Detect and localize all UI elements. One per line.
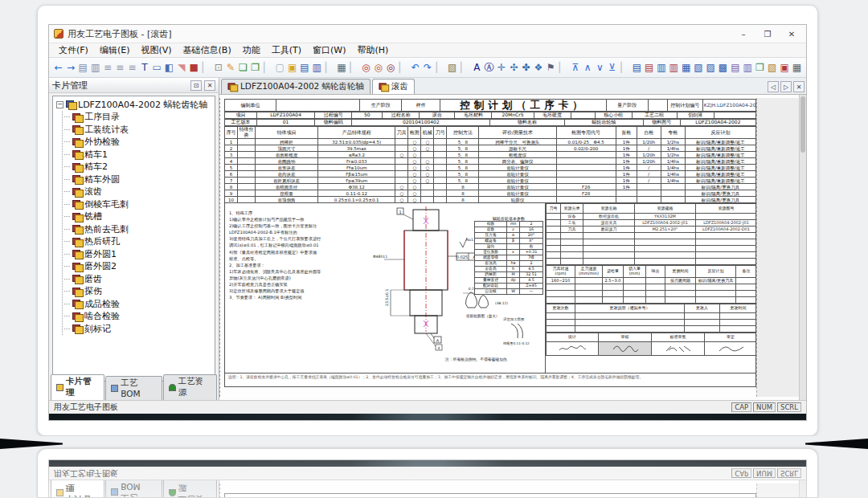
scrollbar-thumb[interactable] [800,96,805,153]
pin-icon[interactable]: ⊡ [190,80,202,91]
back-icon[interactable]: ← [52,59,64,76]
move-bottom-icon[interactable]: ⊻ [606,59,618,76]
separator[interactable]: ▏ [618,59,630,76]
tab-card-management[interactable]: 卡片管理 [51,374,104,400]
eraser-icon[interactable]: ◥ [175,59,187,76]
align-bottom-icon[interactable]: ≡ [126,59,138,76]
align-top-icon[interactable]: ≡ [101,59,113,76]
tree-item[interactable]: 刻标记 [63,323,215,336]
symbol-branch-icon[interactable]: ✣ [508,59,520,76]
collapse-icon[interactable]: − [56,101,63,108]
tree-item[interactable]: 热前去毛刺 [63,223,215,236]
tab-scroll-left-icon[interactable]: ◁ [768,81,779,92]
separator[interactable]: ▏ [261,59,273,76]
close-button[interactable]: ✕ [780,27,803,41]
tree-item[interactable]: 精车2 [63,161,215,173]
separator[interactable]: ▏ [348,59,360,76]
tree-item[interactable]: 成品检验 [63,298,215,311]
cell-icon[interactable]: ▥ [89,59,101,76]
tab-close-icon[interactable]: ✕ [793,81,805,92]
copy-icon[interactable]: ❐ [754,59,766,76]
row-delete-icon[interactable]: ▤ [643,59,655,76]
menu-item[interactable]: 帮助(H) [353,43,394,57]
zoom-out-icon[interactable]: ◎ [372,59,384,76]
restore-button[interactable]: ❐ [756,27,779,41]
font-icon[interactable]: A [471,59,483,76]
col-delete-icon[interactable]: ▥ [668,59,680,76]
new-file-icon[interactable]: ▢ [274,59,286,76]
separator[interactable]: ▏ [323,59,335,76]
menu-item[interactable]: 视图(V) [136,43,176,57]
align-middle-icon[interactable]: ≡ [114,59,126,76]
tree-item[interactable]: 磨外圆1 [63,248,215,261]
row-insert-icon[interactable]: ▤ [631,59,643,76]
move-up-icon[interactable]: ∧ [581,59,593,76]
col-insert-icon[interactable]: ▥ [655,59,667,76]
redo-icon[interactable]: ↷ [421,59,433,76]
minimize-button[interactable]: – [732,27,755,41]
menu-item[interactable]: 功能 [238,43,265,57]
row-down-icon[interactable]: ▩ [717,59,729,76]
export-image-icon[interactable]: ❐ [249,59,261,76]
merge-cells-icon[interactable]: ▦ [680,59,692,76]
copy-row-icon[interactable]: ▤ [729,59,741,76]
tree-item[interactable]: 磨外圆2 [63,260,215,273]
move-top-icon[interactable]: ⊼ [569,59,581,76]
textbox-icon[interactable]: ▭ [151,59,163,76]
open-icon[interactable]: ▣ [286,59,298,76]
tab-process-bom[interactable]: 工艺BOM [105,376,162,400]
table-props-icon[interactable]: ▦ [791,59,803,76]
text-icon[interactable]: T [138,59,150,76]
save-icon[interactable]: ▤ [298,59,310,76]
symbol-cross-icon[interactable]: ✛ [495,59,507,76]
char-style-icon[interactable]: Ⓐ [483,59,495,76]
separator[interactable]: ▏ [434,59,446,76]
tree-item[interactable]: 滚齿 [63,186,215,198]
separator[interactable]: ▏ [458,59,470,76]
separator[interactable]: ▏ [557,59,569,76]
tree-item[interactable]: 精车外圆 [63,173,215,186]
pencil-icon[interactable]: ✎ [224,59,236,76]
tree-item[interactable]: 磨齿 [63,273,215,286]
paste-icon[interactable]: ▧ [766,59,778,76]
tree-item[interactable]: 工序目录 [63,111,215,124]
print-icon[interactable]: ▦ [335,59,347,76]
tree-item[interactable]: 工装统计表 [63,124,215,137]
undo-icon[interactable]: ↶ [409,59,421,76]
tab-part-document[interactable]: LDFZ100A04-2002 蜗轮齿轮轴 [221,79,371,94]
tab-scroll-right-icon[interactable]: ▷ [780,81,792,92]
separator[interactable]: ▏ [397,59,409,76]
forward-icon[interactable]: → [64,59,76,76]
tree-root-item[interactable]: − LDFZ100A04-2002 蜗轮齿轮轴 [56,98,215,111]
delete-icon[interactable]: ▣ [778,59,790,76]
separator[interactable]: ▏ [200,59,212,76]
fill-icon[interactable]: ■ [187,59,199,76]
tree-item[interactable]: 铣槽 [63,210,215,223]
import-image-icon[interactable]: ❏ [237,59,249,76]
symbol-node-icon[interactable]: ❖ [532,59,544,76]
tree-item[interactable]: 倒棱车毛刺 [63,198,215,211]
move-down-icon[interactable]: ∨ [594,59,606,76]
split-cells-icon[interactable]: ▧ [692,59,704,76]
dock-close-icon[interactable]: ✕ [204,80,215,91]
tab-gear-hobbing[interactable]: 滚齿 [372,79,415,94]
symbol-anchor-icon[interactable]: ✤ [520,59,532,76]
tree-item[interactable]: 热后研孔 [63,235,215,248]
zoom-window-icon[interactable]: ◎ [384,59,396,76]
tree-item[interactable]: 啮合检验 [63,310,215,323]
image-box-icon[interactable]: ◧ [163,59,175,76]
field-icon[interactable]: ▤ [77,59,89,76]
menu-item[interactable]: 文件(F) [54,43,93,57]
menu-item[interactable]: 编辑(E) [95,43,135,57]
row-up-icon[interactable]: ▨ [705,59,717,76]
properties-icon[interactable]: ▧ [446,59,458,76]
select-region-icon[interactable]: ⊡ [212,59,224,76]
menu-item[interactable]: 基础信息(B) [178,43,236,57]
zoom-in-icon[interactable]: ◎ [360,59,372,76]
save-all-icon[interactable]: ▥ [311,59,323,76]
paste-row-icon[interactable]: ▥ [742,59,754,76]
vertical-scrollbar[interactable] [799,95,806,400]
flag-icon[interactable]: ⚑ [545,59,557,76]
menu-item[interactable]: 窗口(W) [308,43,350,57]
tab-process-resource[interactable]: 工艺资源 [163,374,217,400]
